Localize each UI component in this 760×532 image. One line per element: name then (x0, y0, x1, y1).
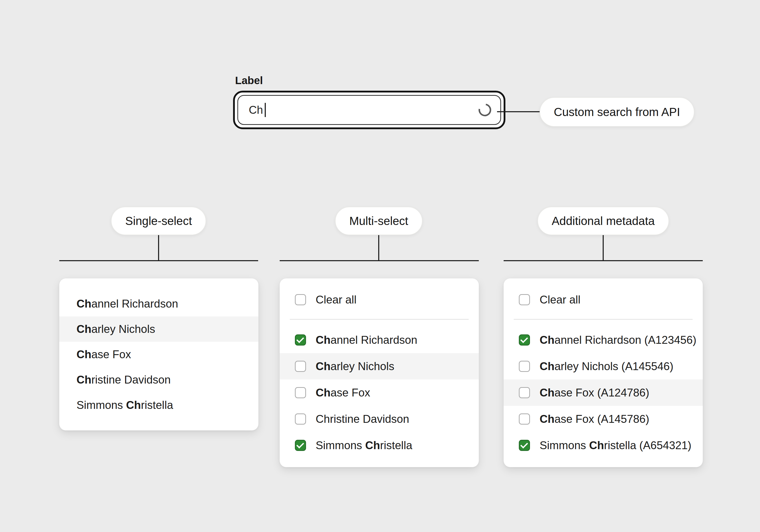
option-row[interactable]: Chase Fox (59, 342, 259, 367)
clear-all-checkbox[interactable] (519, 294, 530, 305)
annotation-pill-api: Custom search from API (540, 97, 694, 127)
clear-all-label: Clear all (540, 293, 580, 306)
panel-multi: Clear allChannel RichardsonCharley Nicho… (280, 278, 479, 467)
connector-stem-additional (603, 235, 604, 260)
option-label: Christine Davidson (316, 413, 409, 425)
loading-spinner-icon (476, 101, 494, 119)
annotation-pill-multi-select-label: Multi-select (349, 214, 408, 228)
clear-all-label: Clear all (316, 293, 356, 306)
option-label: Simmons Christella (A654321) (540, 439, 691, 452)
option-row[interactable]: Simmons Christella (A654321) (503, 432, 703, 459)
panel-single: Channel RichardsonCharley NicholsChase F… (59, 278, 259, 430)
option-row[interactable]: Simmons Christella (280, 432, 479, 459)
search-input-inner[interactable]: Ch (237, 95, 501, 125)
option-label: Chase Fox (316, 386, 370, 399)
clear-all-row[interactable]: Clear all (280, 288, 479, 312)
option-row[interactable]: Charley Nichols (A145546) (503, 353, 703, 379)
input-label: Label (235, 74, 263, 87)
checkbox-unchecked[interactable] (519, 413, 530, 425)
divider (290, 319, 469, 320)
option-label: Christine Davidson (76, 373, 171, 386)
checkbox-unchecked[interactable] (295, 413, 306, 425)
checkbox-checked[interactable] (295, 334, 306, 346)
annotation-pill-additional-metadata-label: Additional metadata (552, 214, 655, 228)
checkbox-unchecked[interactable] (295, 361, 306, 372)
connector-rule-additional (503, 260, 703, 261)
option-row[interactable]: Charley Nichols (280, 353, 479, 379)
text-caret-icon (265, 103, 266, 117)
panel-additional: Clear allChannel Richardson (A123456)Cha… (503, 278, 703, 467)
search-input[interactable]: Ch (233, 91, 505, 129)
annotation-pill-single-select-label: Single-select (125, 214, 192, 228)
divider (514, 319, 692, 320)
checkbox-unchecked[interactable] (295, 387, 306, 398)
checkbox-unchecked[interactable] (519, 361, 530, 372)
checkmark-icon (520, 441, 528, 448)
option-label: Channel Richardson (316, 334, 417, 346)
option-label: Simmons Christella (316, 439, 412, 452)
checkbox-checked[interactable] (295, 440, 306, 451)
option-label: Charley Nichols (316, 360, 395, 373)
option-row[interactable]: Christine Davidson (59, 367, 259, 392)
checkbox-checked[interactable] (519, 440, 530, 451)
checkmark-icon (296, 441, 304, 448)
annotation-pill-multi-select: Multi-select (335, 207, 423, 235)
option-label: Channel Richardson (76, 297, 178, 310)
option-row[interactable]: Christine Davidson (280, 406, 479, 432)
annotation-pill-additional-metadata: Additional metadata (538, 207, 669, 235)
option-label: Chase Fox (A124786) (540, 386, 649, 399)
connector-line-api (497, 111, 540, 112)
clear-all-row[interactable]: Clear all (503, 288, 703, 312)
option-row[interactable]: Chase Fox (A145786) (503, 406, 703, 432)
connector-rule-single (59, 260, 258, 261)
option-label: Charley Nichols (76, 323, 155, 335)
checkmark-icon (520, 335, 528, 343)
option-row[interactable]: Charley Nichols (59, 316, 259, 342)
option-row[interactable]: Channel Richardson (A123456) (503, 327, 703, 353)
option-label: Simmons Christella (76, 399, 173, 411)
checkmark-icon (296, 335, 304, 343)
option-row[interactable]: Channel Richardson (59, 291, 259, 316)
search-input-value: Ch (249, 104, 263, 116)
connector-stem-single (158, 235, 159, 260)
checkbox-checked[interactable] (519, 334, 530, 346)
option-label: Channel Richardson (A123456) (540, 334, 696, 346)
option-label: Chase Fox (A145786) (540, 413, 649, 425)
option-label: Chase Fox (76, 348, 131, 361)
annotation-pill-api-label: Custom search from API (554, 105, 680, 119)
option-row[interactable]: Simmons Christella (59, 392, 259, 418)
option-row[interactable]: Chase Fox (A124786) (503, 379, 703, 406)
search-input-text: Ch (249, 103, 266, 117)
option-label: Charley Nichols (A145546) (540, 360, 673, 373)
annotation-pill-single-select: Single-select (111, 207, 206, 235)
connector-stem-multi (378, 235, 379, 260)
checkbox-unchecked[interactable] (519, 387, 530, 398)
option-row[interactable]: Chase Fox (280, 379, 479, 406)
option-row[interactable]: Channel Richardson (280, 327, 479, 353)
clear-all-checkbox[interactable] (295, 294, 306, 305)
connector-rule-multi (280, 260, 479, 261)
